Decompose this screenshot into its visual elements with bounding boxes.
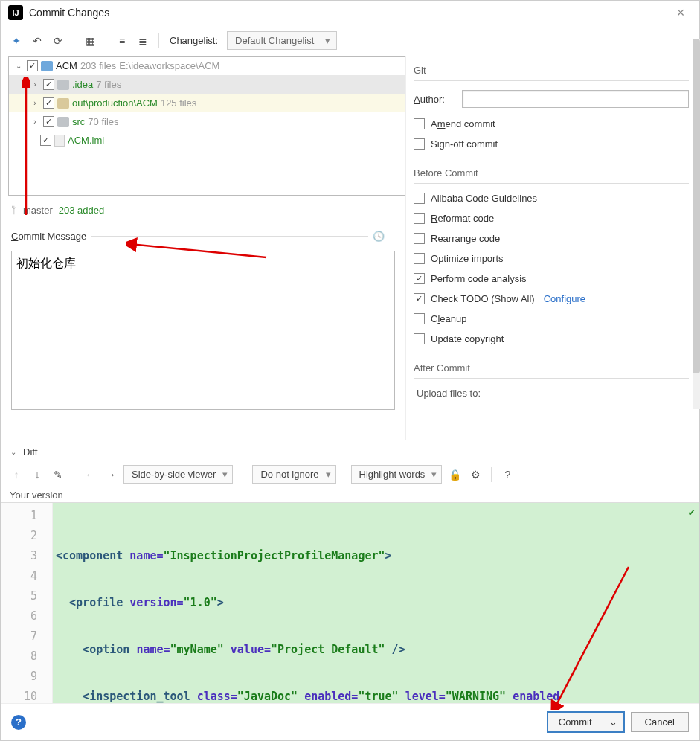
cleanup-label: Cleanup <box>431 313 466 324</box>
tree-item-iml[interactable]: ACM.iml <box>9 131 405 150</box>
configure-link[interactable]: Configure <box>544 293 585 304</box>
commit-message-label: CCommit Messageommit Message 🕓 <box>1 223 405 246</box>
signoff-checkbox[interactable] <box>414 138 425 150</box>
checkbox[interactable] <box>43 79 54 90</box>
history-icon[interactable]: 🕓 <box>373 231 385 242</box>
tree-item-out[interactable]: › out\production\ACM 125 files <box>9 94 405 112</box>
undo-icon[interactable]: ↶ <box>29 33 45 49</box>
viewer-select[interactable]: Side-by-side viewer <box>123 465 233 484</box>
folder-icon <box>57 80 69 90</box>
copyright-label: Update copyright <box>431 333 504 344</box>
rearrange-checkbox[interactable] <box>414 233 425 244</box>
analysis-checkbox[interactable] <box>414 273 425 284</box>
file-icon <box>54 135 65 147</box>
alibaba-label: Alibaba Code Guidelines <box>431 193 537 204</box>
expand-all-icon[interactable]: ≡ <box>114 33 130 49</box>
highlight-select[interactable]: Highlight words <box>351 465 443 484</box>
top-toolbar: ✦ ↶ ⟳ ▦ ≡ ≣ Changelist: Default Changeli… <box>1 25 699 56</box>
folder-icon <box>57 117 69 127</box>
refresh-icon[interactable]: ⟳ <box>50 33 66 49</box>
cleanup-checkbox[interactable] <box>414 313 425 324</box>
module-icon <box>41 61 53 71</box>
group-icon[interactable]: ▦ <box>82 33 98 49</box>
before-section-title: Before Commit <box>414 158 689 184</box>
right-scrollbar-thumb[interactable] <box>693 39 700 373</box>
show-diff-icon[interactable]: ✦ <box>8 33 25 49</box>
todo-label: Check TODO (Show All) <box>431 293 535 304</box>
expand-icon[interactable]: › <box>30 99 40 107</box>
app-icon: IJ <box>8 5 23 20</box>
settings-icon[interactable]: ⚙ <box>467 466 484 483</box>
changes-tree[interactable]: ⌄ ACM 203 files E:\ideaworkspace\ACM › .… <box>8 56 405 196</box>
todo-checkbox[interactable] <box>414 293 425 304</box>
dialog-title: Commit Changes <box>29 7 670 19</box>
reformat-checkbox[interactable] <box>414 213 425 224</box>
changelist-label: Changelist: <box>170 35 218 46</box>
tree-item-idea[interactable]: › .idea 7 files <box>9 75 405 94</box>
reformat-label: Reformat code <box>431 213 494 224</box>
diff-toolbar: ↑ ↓ ✎ ← → Side-by-side viewer Do not ign… <box>1 461 699 488</box>
changelist-select[interactable]: Default Changelist <box>227 31 337 50</box>
commit-button[interactable]: Commit⌄ <box>547 711 625 733</box>
rearrange-label: Rearrange code <box>431 233 500 244</box>
diff-section-toggle[interactable]: ⌄ Diff <box>1 440 699 461</box>
copyright-checkbox[interactable] <box>414 333 425 344</box>
help-diff-icon[interactable]: ? <box>499 466 516 483</box>
signoff-label: Sign-off commit <box>431 138 498 150</box>
chevron-down-icon: ⌄ <box>8 448 19 456</box>
commit-dropdown-icon[interactable]: ⌄ <box>603 713 623 731</box>
commit-dialog: IJ Commit Changes × ✦ ↶ ⟳ ▦ ≡ ≣ Changeli… <box>0 0 700 741</box>
cancel-button[interactable]: Cancel <box>631 712 689 732</box>
branch-name: master <box>23 205 53 216</box>
branch-icon: ᛘ <box>11 205 17 216</box>
checkbox[interactable] <box>40 135 51 146</box>
folder-icon <box>57 98 69 109</box>
optimize-label: Optimize imports <box>431 253 504 264</box>
your-version-label: Your version <box>1 488 699 502</box>
amend-checkbox[interactable] <box>414 118 425 129</box>
checkbox[interactable] <box>43 97 54 109</box>
after-section-title: After Commit <box>414 353 689 379</box>
tree-item-src[interactable]: › src 70 files <box>9 112 405 131</box>
collapse-all-icon[interactable]: ≣ <box>135 33 151 49</box>
line-gutter: 12345678910 <box>1 503 53 703</box>
branch-status: ᛘ master 203 added <box>1 200 405 223</box>
checkbox[interactable] <box>27 60 38 71</box>
author-label: Author: <box>414 94 462 105</box>
status-check-icon: ✔ <box>689 506 695 518</box>
alibaba-checkbox[interactable] <box>414 193 425 204</box>
titlebar: IJ Commit Changes × <box>1 1 699 25</box>
forward-icon[interactable]: → <box>103 466 119 483</box>
next-diff-icon[interactable]: ↓ <box>29 466 45 483</box>
amend-label: Amend commit <box>431 118 495 129</box>
analysis-label: Perform code analysis <box>431 273 527 284</box>
prev-diff-icon[interactable]: ↑ <box>8 466 25 483</box>
author-input[interactable] <box>462 90 689 108</box>
expand-icon[interactable]: › <box>30 80 40 89</box>
diff-label: Diff <box>23 446 37 458</box>
optimize-checkbox[interactable] <box>414 253 425 264</box>
dialog-footer: ? Commit⌄ Cancel <box>1 703 699 740</box>
expand-icon[interactable]: › <box>30 118 40 126</box>
checkbox[interactable] <box>43 116 54 127</box>
back-icon[interactable]: ← <box>82 466 98 483</box>
tree-root[interactable]: ⌄ ACM 203 files E:\ideaworkspace\ACM <box>9 57 405 75</box>
edit-icon[interactable]: ✎ <box>50 466 66 483</box>
added-count: 203 added <box>59 205 104 216</box>
help-icon[interactable]: ? <box>11 715 26 730</box>
git-section-title: Git <box>414 56 689 81</box>
lock-icon[interactable]: 🔒 <box>446 466 463 483</box>
close-icon[interactable]: × <box>670 5 692 20</box>
expand-icon[interactable]: ⌄ <box>13 62 24 70</box>
upload-label: Upload files to: <box>414 388 689 399</box>
diff-editor[interactable]: 12345678910 ✔ <component name="Inspectio… <box>1 502 699 703</box>
ignore-select[interactable]: Do not ignore <box>252 465 335 484</box>
code-area[interactable]: ✔ <component name="InspectionProjectProf… <box>53 503 699 703</box>
commit-message-input[interactable] <box>11 251 395 410</box>
